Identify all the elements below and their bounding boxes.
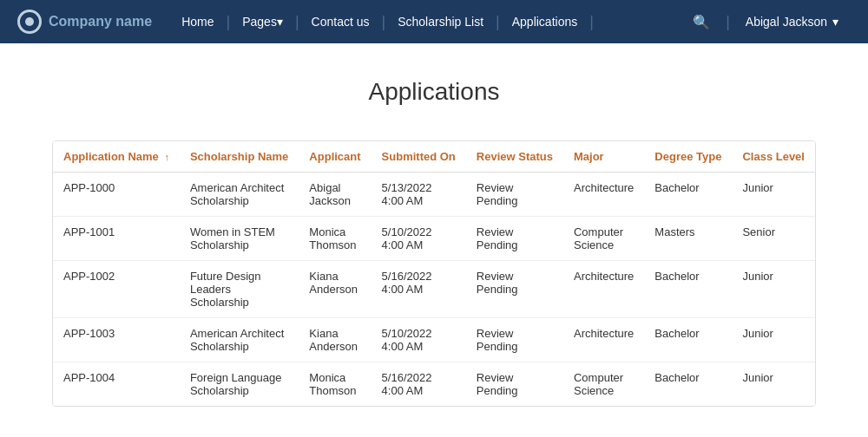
nav-link-contact[interactable]: Contact us	[299, 0, 382, 43]
cell-class_level: Senior	[732, 217, 815, 261]
cell-applicant: Monica Thomson	[299, 362, 371, 407]
cell-review_status: Review Pending	[466, 318, 563, 362]
cell-app_name: APP-1003	[53, 318, 180, 362]
cell-submitted_on: 5/16/2022 4:00 AM	[372, 362, 466, 407]
cell-scholarship_name: Women in STEM Scholarship	[180, 217, 299, 261]
cell-submitted_on: 5/13/2022 4:00 AM	[372, 173, 466, 217]
nav-divider-5: |	[589, 13, 594, 31]
cell-degree_type: Bachelor	[644, 362, 732, 407]
col-submitted-on[interactable]: Submitted On	[372, 141, 466, 173]
col-class-level[interactable]: Class Level	[732, 141, 815, 173]
cell-class_level: Junior	[732, 173, 815, 217]
cell-submitted_on: 5/10/2022 4:00 AM	[372, 217, 466, 261]
search-icon[interactable]: 🔍	[681, 14, 722, 30]
brand-name: Company name	[49, 14, 152, 29]
cell-class_level: Junior	[732, 318, 815, 362]
user-name: Abigal Jackson	[746, 15, 827, 29]
applications-table-container: Application Name ↑ Scholarship Name Appl…	[52, 140, 816, 407]
cell-fulltime: Yes	[815, 217, 816, 261]
table-row: APP-1001Women in STEM ScholarshipMonica …	[53, 217, 816, 261]
navbar: Company name Home | Pages ▾ | Contact us…	[0, 0, 868, 43]
cell-submitted_on: 5/10/2022 4:00 AM	[372, 318, 466, 362]
cell-fulltime: Yes	[815, 362, 816, 407]
cell-class_level: Junior	[732, 261, 815, 318]
table-header: Application Name ↑ Scholarship Name Appl…	[53, 141, 816, 173]
nav-link-home[interactable]: Home	[169, 0, 226, 43]
cell-major: Architecture	[563, 318, 644, 362]
col-degree-type[interactable]: Degree Type	[644, 141, 732, 173]
nav-divider-6: |	[726, 13, 730, 31]
cell-submitted_on: 5/16/2022 4:00 AM	[372, 261, 466, 318]
col-applicant[interactable]: Applicant	[299, 141, 371, 173]
table-row: APP-1002Future Design Leaders Scholarshi…	[53, 261, 816, 318]
cell-review_status: Review Pending	[466, 261, 563, 318]
nav-item-pages[interactable]: Pages ▾	[230, 0, 295, 43]
cell-scholarship_name: American Architect Scholarship	[180, 173, 299, 217]
cell-major: Computer Science	[563, 362, 644, 407]
applications-table: Application Name ↑ Scholarship Name Appl…	[53, 141, 816, 406]
cell-major: Architecture	[563, 261, 644, 318]
cell-major: Architecture	[563, 173, 644, 217]
cell-app_name: APP-1000	[53, 173, 180, 217]
brand-icon	[17, 10, 42, 34]
cell-app_name: APP-1001	[53, 217, 180, 261]
cell-degree_type: Bachelor	[644, 173, 732, 217]
nav-link-applications[interactable]: Applications	[500, 0, 590, 43]
nav-item-applications[interactable]: Applications	[500, 0, 590, 43]
cell-review_status: Review Pending	[466, 362, 563, 407]
table-row: APP-1003American Architect ScholarshipKi…	[53, 318, 816, 362]
col-review-status[interactable]: Review Status	[466, 141, 563, 173]
cell-applicant: Kiana Anderson	[299, 318, 371, 362]
nav-links: Home | Pages ▾ | Contact us | Scholarshi…	[169, 0, 681, 43]
table-body: APP-1000American Architect ScholarshipAb…	[53, 173, 816, 407]
header-row: Application Name ↑ Scholarship Name Appl…	[53, 141, 816, 173]
nav-item-home[interactable]: Home	[169, 0, 226, 43]
cell-major: Computer Science	[563, 217, 644, 261]
cell-fulltime: Yes	[815, 261, 816, 318]
dropdown-arrow-icon: ▾	[277, 15, 283, 29]
cell-review_status: Review Pending	[466, 173, 563, 217]
cell-scholarship_name: Foreign Language Scholarship	[180, 362, 299, 407]
cell-review_status: Review Pending	[466, 217, 563, 261]
col-fulltime[interactable]: Fulltime	[815, 141, 816, 173]
nav-item-contact[interactable]: Contact us	[299, 0, 382, 43]
table-row: APP-1000American Architect ScholarshipAb…	[53, 173, 816, 217]
cell-degree_type: Bachelor	[644, 261, 732, 318]
cell-class_level: Junior	[732, 362, 815, 407]
col-app-name[interactable]: Application Name ↑	[53, 141, 180, 173]
cell-degree_type: Masters	[644, 217, 732, 261]
cell-applicant: Kiana Anderson	[299, 261, 371, 318]
nav-link-scholarship[interactable]: Scholarship List	[385, 0, 496, 43]
user-menu[interactable]: Abigal Jackson ▾	[733, 15, 851, 29]
cell-scholarship_name: Future Design Leaders Scholarship	[180, 261, 299, 318]
nav-brand[interactable]: Company name	[17, 10, 152, 34]
cell-app_name: APP-1004	[53, 362, 180, 407]
page-title: Applications	[52, 78, 816, 106]
sort-arrow-icon: ↑	[164, 152, 169, 162]
cell-degree_type: Bachelor	[644, 318, 732, 362]
user-dropdown-icon: ▾	[832, 15, 838, 29]
cell-scholarship_name: American Architect Scholarship	[180, 318, 299, 362]
nav-item-scholarship[interactable]: Scholarship List	[385, 0, 496, 43]
main-content: Applications Application Name ↑ Scholars…	[0, 43, 868, 437]
table-row: APP-1004Foreign Language ScholarshipMoni…	[53, 362, 816, 407]
col-major[interactable]: Major	[563, 141, 644, 173]
cell-applicant: Monica Thomson	[299, 217, 371, 261]
nav-link-pages[interactable]: Pages ▾	[230, 0, 295, 43]
cell-fulltime: Yes	[815, 318, 816, 362]
cell-fulltime: Yes	[815, 173, 816, 217]
col-scholarship-name[interactable]: Scholarship Name	[180, 141, 299, 173]
cell-applicant: Abigal Jackson	[299, 173, 371, 217]
cell-app_name: APP-1002	[53, 261, 180, 318]
